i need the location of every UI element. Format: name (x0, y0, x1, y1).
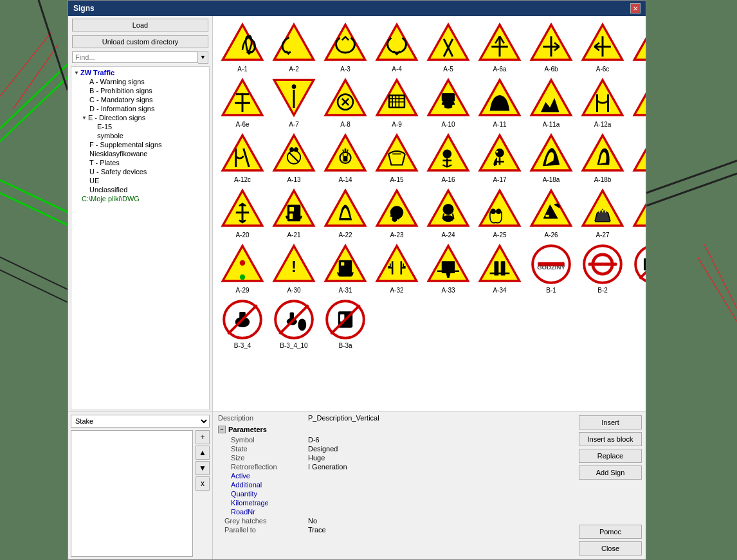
svg-text:GODZINY: GODZINY (537, 264, 565, 271)
sign-item-a-21[interactable]: A-21 (269, 187, 318, 240)
sign-label-a-21: A-21 (287, 231, 300, 239)
sign-icon-a-18b (579, 133, 626, 176)
sign-item-a-4[interactable]: A-4 (372, 21, 421, 74)
props-label: Kilometrage (218, 499, 308, 507)
sign-item-a-12a[interactable]: A-12a (578, 77, 627, 129)
sign-item-a-25[interactable]: A-25 (475, 187, 524, 240)
tree-item-ue[interactable]: UE (71, 176, 209, 185)
sign-item-a-6c[interactable]: A-6c (578, 21, 627, 74)
tree-item-niesklasyfikowane[interactable]: Niesklasyfikowane (71, 149, 209, 158)
svg-point-88 (442, 150, 451, 159)
tree-item-direction[interactable]: ▼E - Direction signs (71, 113, 209, 122)
sign-label-b-1: B-1 (546, 287, 556, 294)
close-button[interactable]: Close (579, 541, 642, 555)
tree-item-mandatory[interactable]: C - Mandatory signs (71, 95, 209, 104)
sign-item-a-1[interactable]: A-1 (218, 21, 267, 74)
right-area: A-1 A-2 A-3 A-4 A-5 A-6a (213, 16, 646, 559)
sign-item-a-30[interactable]: ! A-30 (269, 242, 318, 295)
tree-item-warning[interactable]: A - Warning signs (71, 77, 209, 86)
tree-item-safety[interactable]: U - Safety devices (71, 167, 209, 176)
sign-item-a-26[interactable]: A-26 (527, 187, 576, 240)
list-down-button[interactable]: ▼ (196, 461, 210, 475)
parameters-label: Parameters (228, 426, 267, 433)
sign-item-a-11[interactable]: A-11 (475, 77, 524, 129)
sign-item-b-2[interactable]: B-2 (578, 242, 627, 295)
svg-rect-141 (339, 260, 352, 277)
sign-item-a-9[interactable]: A-9 (372, 77, 421, 129)
sign-item-a-17[interactable]: A-17 (475, 132, 524, 185)
sign-item-a-31[interactable]: A-31 (321, 242, 370, 295)
sign-item-a-27[interactable]: A-27 (578, 187, 627, 240)
props-row-size: Size Huge (218, 454, 570, 462)
svg-marker-12 (325, 24, 365, 60)
sign-item-b-3a[interactable]: B-3a (321, 298, 370, 350)
load-button[interactable]: Load (72, 19, 208, 32)
tree-item-e15[interactable]: E-15 (71, 122, 209, 131)
tree-item-prohibition[interactable]: B - Prohibition signs (71, 86, 209, 95)
sign-item-a-24[interactable]: A-24 (424, 187, 473, 240)
tree-item-plates[interactable]: T - Plates (71, 158, 209, 167)
sign-item-a-6d[interactable]: A-6d (630, 21, 646, 74)
list-up-button[interactable]: ▲ (196, 446, 210, 460)
sign-item-a-8[interactable]: A-8 (321, 77, 370, 129)
insert-button[interactable]: Insert (579, 415, 642, 429)
sign-label-a-13: A-13 (287, 176, 300, 183)
parameters-toggle[interactable]: − (218, 426, 226, 433)
tree-item-supplemental[interactable]: F - Supplemental signs (71, 140, 209, 149)
svg-marker-145 (377, 246, 416, 281)
sign-item-a-11a[interactable]: A-11a (527, 77, 576, 129)
sign-item-a-2[interactable]: A-2 (269, 21, 318, 74)
sign-label-a-10: A-10 (441, 121, 455, 128)
sign-item-a-23[interactable]: A-23 (372, 187, 421, 240)
svg-marker-10 (223, 24, 262, 60)
tree-item-information[interactable]: D - Information signs (71, 104, 209, 113)
tree-item-symbole[interactable]: symbole (71, 131, 209, 140)
stake-select[interactable]: Stake (71, 415, 210, 428)
add-sign-button[interactable]: Add Sign (579, 465, 642, 480)
sign-item-a-12b[interactable]: A-12b (630, 77, 646, 129)
sign-item-a-14[interactable]: A-14 (321, 132, 370, 185)
sign-item-a-3[interactable]: A-3 (321, 21, 370, 74)
sign-item-a-15[interactable]: A-15 (372, 132, 421, 185)
sign-item-a-6a[interactable]: A-6a (475, 21, 524, 74)
sign-item-a-18b[interactable]: A-18b (578, 132, 627, 185)
sign-item-a-28[interactable]: A-28 (630, 187, 646, 240)
sign-item-a-13[interactable]: A-13 (269, 132, 318, 185)
tree-item-unclassified[interactable]: Unclassified (71, 185, 209, 194)
sign-item-a-29[interactable]: A-29 (218, 242, 267, 295)
sign-item-b-3_4[interactable]: B-3_4 (218, 298, 267, 350)
props-row-kilometrage: Kilometrage (218, 499, 570, 507)
search-dropdown-icon[interactable]: ▼ (198, 51, 208, 64)
sign-item-a-12c[interactable]: A-12c (218, 132, 267, 185)
sign-item-a-33[interactable]: A-33 (424, 242, 473, 295)
sign-item-a-18a[interactable]: A-18a (527, 132, 576, 185)
sign-icon-a-12b (631, 78, 646, 120)
sign-icon-a-29 (219, 244, 266, 286)
sign-item-a-32[interactable]: A-32 (372, 242, 421, 295)
sign-item-a-34[interactable]: A-34 (475, 242, 524, 295)
sign-label-a-25: A-25 (493, 231, 506, 239)
insert-as-block-button[interactable]: Insert as block (579, 432, 642, 446)
pomoc-button[interactable]: Pomoc (579, 525, 642, 539)
search-input[interactable] (72, 51, 198, 63)
list-add-button[interactable]: + (196, 430, 210, 444)
sign-item-b-1[interactable]: GODZINY B-1 (527, 242, 576, 295)
sign-item-a-16[interactable]: A-16 (424, 132, 473, 185)
close-icon[interactable]: ✕ (630, 3, 641, 14)
sign-item-a-20[interactable]: A-20 (218, 187, 267, 240)
unload-button[interactable]: Unload custom directory (72, 35, 208, 48)
sign-item-a-6e[interactable]: A-6e (218, 77, 267, 129)
sign-item-a-7[interactable]: A-7 (269, 77, 318, 129)
list-remove-button[interactable]: x (196, 476, 210, 491)
sign-item-a-10[interactable]: A-10 (424, 77, 473, 129)
sign-item-a-6b[interactable]: A-6b (527, 21, 576, 74)
sign-item-b-3_4_10[interactable]: B-3_4_10 (269, 298, 318, 350)
sign-item-a-5[interactable]: A-5 (424, 21, 473, 74)
sign-icon-b-3 (631, 244, 646, 286)
sign-item-b-3[interactable]: B-3 (630, 242, 646, 295)
sign-item-a-19[interactable]: A-19 (630, 132, 646, 185)
sign-item-a-22[interactable]: A-22 (321, 187, 370, 240)
tree-item-zw-traffic[interactable]: ▼ZW Traffic (71, 68, 209, 77)
replace-button[interactable]: Replace (579, 449, 642, 463)
tree-item-dwg[interactable]: C:\Moje pliki\DWG (71, 194, 209, 203)
